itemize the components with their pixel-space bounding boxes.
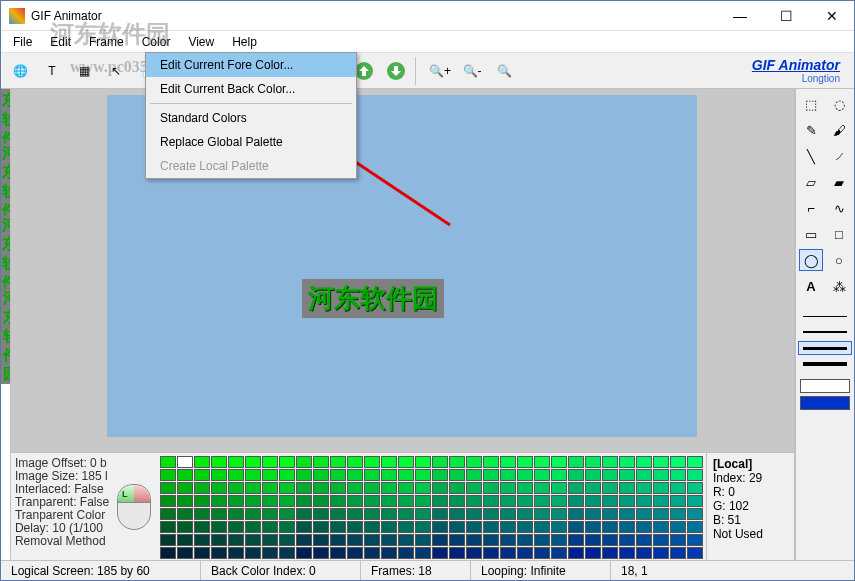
palette-cell[interactable] — [466, 469, 482, 481]
palette-cell[interactable] — [313, 482, 329, 494]
palette-cell[interactable] — [602, 469, 618, 481]
palette-cell[interactable] — [211, 495, 227, 507]
zoom-fit-icon[interactable]: 🔍 — [489, 56, 519, 86]
palette-cell[interactable] — [687, 495, 703, 507]
palette-cell[interactable] — [245, 495, 261, 507]
line-icon[interactable]: ╲ — [799, 145, 823, 167]
palette-cell[interactable] — [449, 469, 465, 481]
palette-cell[interactable] — [636, 508, 652, 520]
palette-cell[interactable] — [534, 521, 550, 533]
select-rect-icon[interactable]: ⬚ — [799, 93, 823, 115]
palette-cell[interactable] — [517, 508, 533, 520]
palette-cell[interactable] — [551, 469, 567, 481]
globe-icon[interactable]: 🌐 — [5, 56, 35, 86]
palette-cell[interactable] — [670, 521, 686, 533]
palette-cell[interactable] — [687, 469, 703, 481]
palette-cell[interactable] — [347, 508, 363, 520]
line-width-4[interactable] — [798, 357, 852, 371]
palette-cell[interactable] — [228, 469, 244, 481]
palette-cell[interactable] — [296, 469, 312, 481]
palette-cell[interactable] — [279, 495, 295, 507]
palette-cell[interactable] — [466, 482, 482, 494]
palette-cell[interactable] — [313, 534, 329, 546]
menu-item-edit-current-back-color-[interactable]: Edit Current Back Color... — [146, 77, 356, 101]
palette-cell[interactable] — [177, 521, 193, 533]
palette-cell[interactable] — [534, 495, 550, 507]
palette-cell[interactable] — [296, 521, 312, 533]
palette-cell[interactable] — [296, 456, 312, 468]
palette-cell[interactable] — [466, 508, 482, 520]
palette-cell[interactable] — [279, 482, 295, 494]
palette-cell[interactable] — [296, 508, 312, 520]
palette-cell[interactable] — [296, 547, 312, 559]
text-tool-icon[interactable]: T — [37, 56, 67, 86]
palette-cell[interactable] — [398, 508, 414, 520]
eraser-icon[interactable]: ▱ — [799, 171, 823, 193]
palette-cell[interactable] — [483, 482, 499, 494]
palette-cell[interactable] — [602, 508, 618, 520]
palette-cell[interactable] — [568, 508, 584, 520]
palette-cell[interactable] — [500, 521, 516, 533]
palette-cell[interactable] — [636, 521, 652, 533]
close-button[interactable]: ✕ — [818, 6, 846, 26]
palette-cell[interactable] — [177, 469, 193, 481]
palette-cell[interactable] — [160, 521, 176, 533]
palette-cell[interactable] — [262, 456, 278, 468]
palette-cell[interactable] — [415, 456, 431, 468]
thumbs-icon[interactable]: ▦ — [69, 56, 99, 86]
palette-cell[interactable] — [602, 456, 618, 468]
palette-cell[interactable] — [517, 456, 533, 468]
menu-file[interactable]: File — [5, 33, 40, 51]
palette-cell[interactable] — [585, 469, 601, 481]
minimize-button[interactable]: — — [726, 6, 754, 26]
palette-cell[interactable] — [330, 456, 346, 468]
palette-cell[interactable] — [330, 469, 346, 481]
palette-cell[interactable] — [653, 482, 669, 494]
palette-cell[interactable] — [228, 521, 244, 533]
maximize-button[interactable]: ☐ — [772, 6, 800, 26]
palette-cell[interactable] — [619, 508, 635, 520]
palette-cell[interactable] — [245, 547, 261, 559]
next-icon[interactable] — [381, 56, 411, 86]
palette-cell[interactable] — [398, 456, 414, 468]
palette-cell[interactable] — [449, 495, 465, 507]
palette-cell[interactable] — [619, 456, 635, 468]
back-color-swatch[interactable] — [800, 396, 850, 410]
palette-cell[interactable] — [279, 547, 295, 559]
palette-cell[interactable] — [364, 482, 380, 494]
palette-cell[interactable] — [568, 547, 584, 559]
palette-cell[interactable] — [381, 521, 397, 533]
menu-color[interactable]: Color — [134, 33, 179, 51]
palette-cell[interactable] — [466, 534, 482, 546]
palette-cell[interactable] — [330, 547, 346, 559]
palette-cell[interactable] — [177, 495, 193, 507]
palette-cell[interactable] — [483, 534, 499, 546]
palette-cell[interactable] — [262, 547, 278, 559]
palette-cell[interactable] — [483, 495, 499, 507]
line-width-3[interactable] — [798, 341, 852, 355]
palette-cell[interactable] — [313, 495, 329, 507]
palette-cell[interactable] — [670, 534, 686, 546]
palette-cell[interactable] — [500, 547, 516, 559]
palette-cell[interactable] — [602, 495, 618, 507]
rect-icon[interactable]: ▭ — [799, 223, 823, 245]
palette-cell[interactable] — [483, 508, 499, 520]
palette-cell[interactable] — [262, 469, 278, 481]
palette-cell[interactable] — [160, 508, 176, 520]
palette-cell[interactable] — [500, 482, 516, 494]
palette-cell[interactable] — [313, 521, 329, 533]
palette-cell[interactable] — [194, 482, 210, 494]
palette-cell[interactable] — [636, 547, 652, 559]
palette-cell[interactable] — [398, 534, 414, 546]
palette-cell[interactable] — [177, 547, 193, 559]
palette-cell[interactable] — [432, 534, 448, 546]
palette-cell[interactable] — [296, 482, 312, 494]
palette-cell[interactable] — [381, 456, 397, 468]
palette-cell[interactable] — [517, 547, 533, 559]
palette-cell[interactable] — [228, 456, 244, 468]
palette-cell[interactable] — [551, 482, 567, 494]
palette-cell[interactable] — [398, 482, 414, 494]
palette-cell[interactable] — [262, 495, 278, 507]
palette-cell[interactable] — [313, 469, 329, 481]
palette-cell[interactable] — [551, 495, 567, 507]
